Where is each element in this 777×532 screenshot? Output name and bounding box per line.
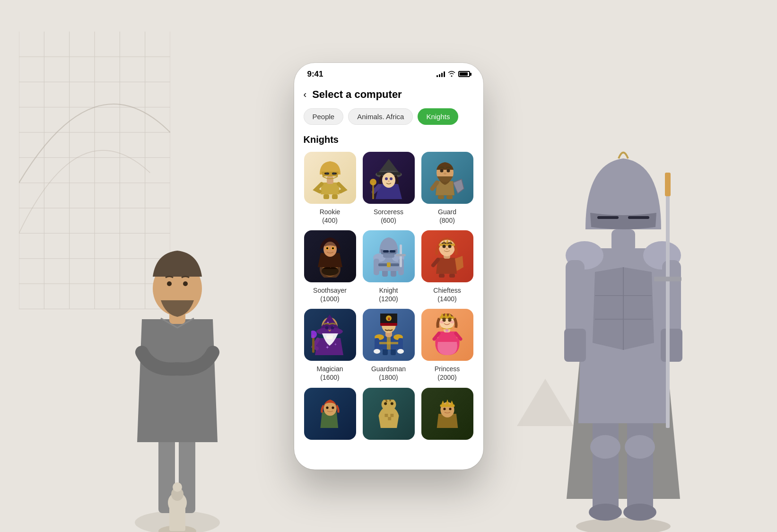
svg-point-34 (590, 435, 620, 459)
svg-rect-91 (390, 250, 395, 253)
character-image-guardsman: ♛ (363, 309, 415, 361)
tab-people[interactable]: People (304, 108, 344, 125)
svg-rect-89 (396, 254, 406, 256)
status-icons (437, 70, 470, 78)
svg-rect-32 (593, 419, 619, 513)
svg-rect-121 (378, 342, 400, 344)
svg-rect-40 (566, 260, 585, 336)
svg-marker-159 (445, 400, 449, 404)
svg-point-24 (167, 281, 172, 286)
svg-rect-20 (158, 437, 175, 513)
svg-rect-48 (597, 216, 619, 219)
svg-point-162 (449, 408, 451, 410)
svg-point-145 (450, 321, 454, 323)
svg-point-102 (448, 244, 451, 248)
wifi-icon (448, 70, 455, 78)
svg-point-68 (440, 169, 443, 172)
svg-point-23 (153, 261, 202, 316)
svg-text:✦: ✦ (334, 342, 337, 347)
page-title: Select a computer (312, 88, 402, 101)
svg-rect-157 (440, 404, 454, 407)
svg-rect-44 (666, 192, 670, 428)
svg-rect-94 (387, 262, 391, 267)
svg-rect-46 (665, 173, 671, 196)
svg-point-39 (643, 241, 681, 270)
character-image-extra1 (304, 388, 356, 440)
header: ‹ Select a computer (304, 83, 474, 108)
svg-point-38 (566, 241, 603, 270)
svg-point-146 (445, 329, 448, 332)
svg-rect-138 (440, 316, 454, 319)
svg-point-152 (390, 402, 393, 405)
svg-point-69 (446, 169, 450, 172)
svg-point-149 (332, 406, 334, 409)
svg-point-66 (388, 180, 390, 182)
svg-point-65 (390, 177, 393, 180)
character-card-princess[interactable]: Princess (2000) (421, 309, 474, 382)
svg-point-151 (384, 402, 387, 405)
magician-avatar: ✦ ✦ ✦ ✦ (311, 314, 349, 356)
character-card-magician[interactable]: ✦ ✦ ✦ ✦ (304, 309, 357, 382)
svg-point-19 (135, 511, 220, 532)
character-card-extra1[interactable] (304, 388, 357, 444)
character-image-guard (421, 152, 473, 204)
filter-tabs: People Animals. Africa Knights (304, 108, 474, 125)
signal-icon (437, 71, 445, 77)
guard-avatar (428, 157, 466, 199)
svg-point-37 (623, 504, 656, 521)
svg-point-126 (374, 349, 380, 354)
rookie-avatar (311, 157, 349, 199)
svg-point-29 (171, 488, 183, 501)
tab-knights[interactable]: Knights (418, 108, 458, 125)
character-card-soothsayer[interactable]: Soothsayer (1000) (304, 230, 357, 303)
svg-rect-41 (662, 260, 681, 336)
character-card-knight[interactable]: Knight (1200) (362, 230, 415, 303)
section-title: Knights (304, 134, 474, 145)
character-card-extra3[interactable] (421, 388, 474, 444)
back-button[interactable]: ‹ (304, 89, 307, 100)
svg-point-57 (332, 172, 336, 174)
svg-point-30 (173, 482, 182, 492)
character-card-rookie[interactable]: Rookie (400) (304, 152, 357, 225)
character-name-soothsayer: Soothsayer (1000) (313, 286, 347, 303)
extra2-avatar (370, 400, 408, 428)
svg-rect-33 (627, 419, 653, 513)
tab-animals[interactable]: Animals. Africa (348, 108, 413, 125)
svg-point-63 (382, 173, 395, 188)
character-card-sorceress[interactable]: Sorceress (600) (362, 152, 415, 225)
character-name-princess: Princess (2000) (435, 365, 460, 382)
character-card-guard[interactable]: Guard (800) (421, 152, 474, 225)
character-image-sorceress (363, 152, 415, 204)
character-image-princess (421, 309, 473, 361)
screen-content[interactable]: ‹ Select a computer People Animals. Afri… (294, 83, 483, 470)
battery-icon (458, 71, 470, 77)
svg-point-56 (325, 172, 329, 174)
svg-rect-155 (388, 417, 391, 420)
character-card-guardsman[interactable]: ♛ Guardsman (1800) (362, 309, 415, 382)
svg-point-80 (326, 247, 328, 249)
svg-rect-49 (628, 216, 649, 219)
svg-point-28 (168, 492, 187, 513)
character-image-chieftess (421, 230, 473, 282)
character-image-extra3 (421, 388, 473, 440)
svg-point-101 (442, 244, 445, 248)
svg-point-116 (325, 326, 328, 330)
partial-character-grid (304, 388, 474, 444)
svg-rect-22 (169, 303, 185, 324)
svg-rect-153 (384, 414, 388, 417)
character-image-knight (363, 230, 415, 282)
svg-point-103 (445, 248, 448, 250)
svg-point-127 (397, 349, 404, 354)
knight-armor-figure (552, 144, 694, 532)
svg-rect-90 (383, 250, 389, 253)
character-image-magician: ✦ ✦ ✦ ✦ (304, 309, 356, 361)
character-card-extra2[interactable] (362, 388, 415, 444)
grid-decoration (19, 28, 170, 312)
character-name-magician: Magician (1600) (316, 365, 343, 382)
status-time: 9:41 (307, 70, 323, 79)
status-bar: 9:41 (294, 63, 483, 83)
svg-rect-51 (327, 176, 333, 184)
svg-point-144 (439, 321, 444, 323)
character-card-chieftess[interactable]: Chieftess (1400) (421, 230, 474, 303)
svg-point-70 (444, 173, 446, 174)
